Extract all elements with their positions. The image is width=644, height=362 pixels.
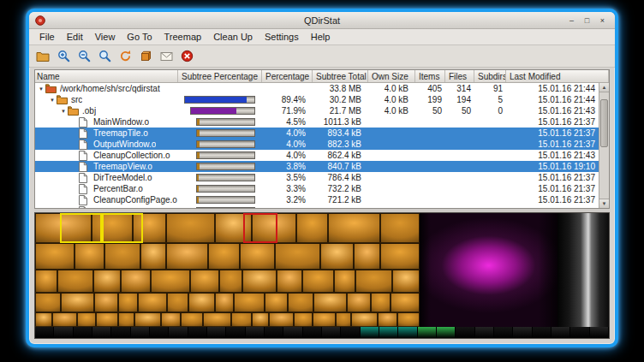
treemap-bottom-tile[interactable] bbox=[456, 327, 474, 338]
treemap-tile[interactable] bbox=[265, 293, 288, 312]
treemap-bottom-tile[interactable] bbox=[35, 327, 54, 338]
menu-item-go-to[interactable]: Go To bbox=[121, 31, 158, 43]
scroll-down-button[interactable]: ▼ bbox=[599, 199, 609, 208]
treemap-tile[interactable] bbox=[313, 293, 347, 312]
open-dir-button[interactable] bbox=[33, 47, 52, 66]
menu-item-file[interactable]: File bbox=[33, 31, 61, 43]
treemap-bottom-tile[interactable] bbox=[570, 327, 589, 338]
treemap-bottom-tile[interactable] bbox=[150, 327, 169, 338]
tree-scrollbar[interactable]: ▲ ▼ bbox=[599, 83, 609, 208]
column-header-items[interactable]: Items bbox=[415, 70, 445, 82]
treemap-tile[interactable] bbox=[167, 293, 189, 312]
treemap-tile[interactable] bbox=[347, 293, 371, 312]
treemap-tile[interactable] bbox=[166, 243, 209, 270]
treemap-tile[interactable] bbox=[288, 293, 313, 312]
treemap-tile[interactable] bbox=[52, 312, 77, 327]
treemap-tile[interactable] bbox=[231, 312, 252, 327]
treemap-tile[interactable] bbox=[166, 213, 215, 243]
treemap-tile[interactable] bbox=[208, 243, 240, 270]
treemap-tile[interactable] bbox=[269, 312, 294, 327]
scrollbar-thumb[interactable] bbox=[600, 99, 608, 147]
stop-button[interactable] bbox=[177, 47, 196, 66]
expander-icon[interactable]: ▼ bbox=[48, 98, 57, 103]
treemap-tile[interactable] bbox=[133, 213, 166, 243]
column-header-last-modified[interactable]: Last Modified bbox=[506, 70, 609, 82]
treemap-tile[interactable] bbox=[296, 213, 327, 243]
menu-item-settings[interactable]: Settings bbox=[259, 31, 305, 43]
menu-item-clean-up[interactable]: Clean Up bbox=[207, 31, 259, 43]
treemap-tile[interactable] bbox=[35, 293, 61, 312]
treemap-tile[interactable] bbox=[294, 312, 313, 327]
column-header-percentage[interactable]: Percentage▲ bbox=[262, 70, 313, 82]
tree-row-file[interactable]: CleanupConfigPage.o3.2%721.2 kB15.01.16 … bbox=[35, 194, 609, 205]
treemap-tile[interactable] bbox=[151, 270, 190, 293]
treemap-tile[interactable] bbox=[242, 270, 277, 293]
treemap-bottom-tile[interactable] bbox=[552, 327, 570, 338]
treemap-tile[interactable] bbox=[35, 243, 75, 270]
search-button[interactable] bbox=[95, 47, 114, 66]
treemap-bottom-tile[interactable] bbox=[265, 327, 283, 338]
treemap-tile[interactable] bbox=[275, 243, 320, 270]
treemap-tile[interactable] bbox=[140, 243, 165, 270]
tree-row-file[interactable]: DirTreeModel.o3.5%786.4 kB15.01.16 21:37 bbox=[35, 172, 609, 183]
menu-item-treemap[interactable]: Treemap bbox=[158, 31, 208, 43]
treemap-tile[interactable] bbox=[354, 243, 380, 270]
treemap-tile[interactable] bbox=[118, 312, 134, 327]
treemap-tile[interactable] bbox=[181, 312, 202, 327]
treemap-bottom-tile[interactable] bbox=[341, 327, 360, 338]
treemap-bottom-tile[interactable] bbox=[169, 327, 188, 338]
treemap-bottom-tile[interactable] bbox=[188, 327, 207, 338]
tree-row-file[interactable]: PercentBar.o3.3%732.2 kB15.01.16 21:37 bbox=[35, 183, 609, 194]
tree-row-file[interactable]: TreemapView.o3.8%840.7 kB15.01.16 19:10 bbox=[35, 161, 609, 172]
treemap-bottom-tile[interactable] bbox=[361, 327, 379, 338]
titlebar[interactable]: QDirStat –□× bbox=[29, 12, 615, 29]
column-header-subdirs[interactable]: Subdirs bbox=[474, 70, 506, 82]
treemap-tile[interactable] bbox=[378, 312, 397, 327]
treemap-tile[interactable] bbox=[96, 312, 119, 327]
minimize-button[interactable]: – bbox=[565, 15, 578, 27]
treemap-right-region[interactable] bbox=[558, 213, 609, 327]
treemap-tile[interactable] bbox=[397, 312, 419, 327]
treemap-tile[interactable] bbox=[252, 213, 296, 243]
treemap-bottom-tile[interactable] bbox=[494, 327, 513, 338]
treemap-magenta-tile[interactable] bbox=[420, 213, 558, 327]
treemap-tile[interactable] bbox=[334, 270, 356, 293]
tree-row-file[interactable] bbox=[35, 205, 609, 208]
treemap-tile[interactable] bbox=[380, 243, 420, 270]
treemap-tile[interactable] bbox=[35, 213, 92, 243]
treemap-bottom-tile[interactable] bbox=[92, 327, 111, 338]
treemap-bottom-tile[interactable] bbox=[379, 327, 398, 338]
treemap-tile[interactable] bbox=[355, 270, 392, 293]
tree-row-dir[interactable]: ▼.obj71.9%21.7 MB4.0 kB5050015.01.16 21:… bbox=[35, 105, 609, 116]
treemap-bottom-tile[interactable] bbox=[513, 327, 532, 338]
treemap-bottom-tile[interactable] bbox=[475, 327, 494, 338]
tree-row-dir[interactable]: ▼/work/home/sh/src/qdirstat33.8 MB4.0 kB… bbox=[35, 83, 609, 94]
mail-button[interactable] bbox=[157, 47, 176, 66]
treemap-bottom-tile[interactable] bbox=[283, 327, 302, 338]
treemap-tile[interactable] bbox=[391, 293, 420, 312]
treemap-tile[interactable] bbox=[328, 213, 381, 243]
treemap-tile[interactable] bbox=[61, 293, 94, 312]
menu-item-view[interactable]: View bbox=[89, 31, 122, 43]
treemap-tile[interactable] bbox=[134, 312, 161, 327]
treemap-bottom-tile[interactable] bbox=[533, 327, 552, 338]
treemap-bottom-tile[interactable] bbox=[418, 327, 437, 338]
treemap-tile[interactable] bbox=[188, 293, 215, 312]
expander-icon[interactable]: ▼ bbox=[59, 109, 68, 114]
treemap-tile[interactable] bbox=[252, 312, 269, 327]
treemap-tile[interactable] bbox=[240, 243, 274, 270]
scroll-up-button[interactable]: ▲ bbox=[599, 83, 609, 92]
treemap-bottom-tile[interactable] bbox=[54, 327, 73, 338]
treemap-bottom-tile[interactable] bbox=[74, 327, 92, 338]
zoom-in-button[interactable] bbox=[54, 47, 73, 66]
treemap-tile[interactable] bbox=[203, 312, 231, 327]
treemap-bottom-tile[interactable] bbox=[303, 327, 322, 338]
treemap-tile[interactable] bbox=[320, 243, 354, 270]
tree-row-file[interactable]: CleanupCollection.o4.0%862.4 kB15.01.16 … bbox=[35, 150, 609, 161]
treemap-tile[interactable] bbox=[351, 312, 378, 327]
zoom-out-button[interactable] bbox=[75, 47, 93, 66]
treemap-tile[interactable] bbox=[75, 243, 104, 270]
treemap-tile[interactable] bbox=[118, 293, 138, 312]
tree-row-file[interactable]: MainWindow.o4.5%1011.3 kB15.01.16 21:37 bbox=[35, 116, 609, 128]
column-header-subtree-total[interactable]: Subtree Total bbox=[313, 70, 368, 82]
